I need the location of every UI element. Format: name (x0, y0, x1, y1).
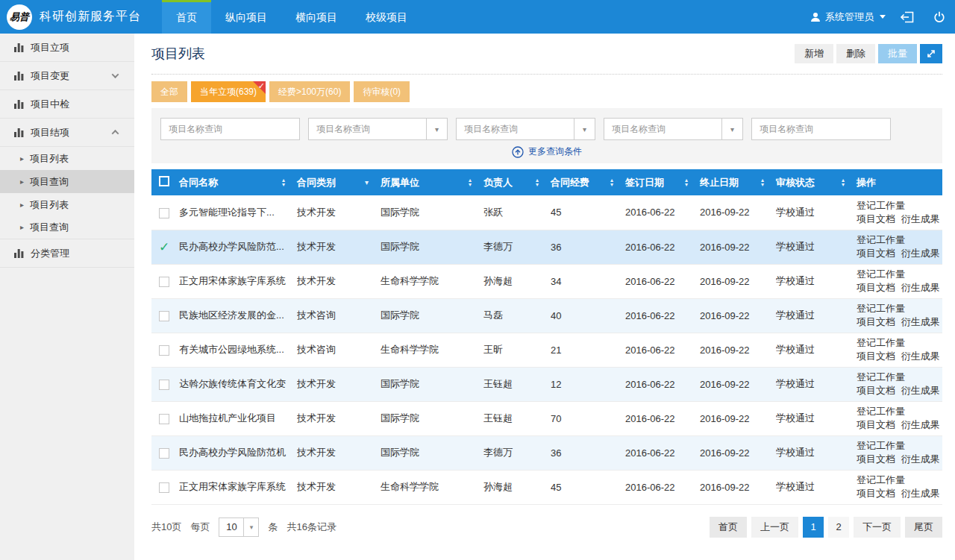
per-page-select[interactable]: 10 ▾ (219, 517, 259, 537)
table-row[interactable]: ✓ 民族地区经济发展的金... 技术咨询 国际学院 马磊 40 2016-06-… (151, 298, 942, 333)
search-select[interactable]: 项目名称查询 ▾ (604, 119, 742, 139)
derived-results-link[interactable]: 衍生成果 (901, 385, 940, 396)
sidebar-item[interactable]: ▸ 项目变更 (0, 62, 134, 90)
sort-icon[interactable]: ▴▾ (685, 178, 688, 187)
project-docs-link[interactable]: 项目文档 (857, 419, 895, 430)
project-docs-link[interactable]: 项目文档 (857, 453, 895, 465)
select-all-checkbox[interactable] (159, 176, 169, 186)
table-row[interactable]: ✓ 民办高校办学风险防范机 技术开发 国际学院 李德万 36 2016-06-2… (151, 435, 942, 470)
sidebar-item[interactable]: ▸ 项目查询 (0, 216, 134, 239)
derived-results-link[interactable]: 衍生成果 (901, 419, 940, 430)
column-header[interactable]: 负责人 ▴▾ ▾ (483, 169, 551, 195)
derived-results-link[interactable]: 衍生成果 (901, 282, 940, 293)
column-header[interactable]: 终止日期 ▴▾ ▾ (700, 169, 776, 195)
search-select[interactable]: 项目名称查询 ▾ (457, 119, 595, 139)
derived-results-link[interactable]: 衍生成果 (901, 453, 940, 465)
register-workload-link[interactable]: 登记工作量 (857, 440, 905, 451)
search-input[interactable] (161, 119, 299, 139)
derived-results-link[interactable]: 衍生成果 (901, 213, 940, 224)
sidebar-item[interactable]: ▸ 项目列表 (0, 147, 134, 170)
register-workload-link[interactable]: 登记工作量 (857, 200, 905, 211)
register-workload-link[interactable]: 登记工作量 (857, 234, 905, 245)
derived-results-link[interactable]: 衍生成果 (901, 488, 940, 499)
derived-results-link[interactable]: 衍生成果 (901, 248, 940, 259)
more-conditions-link[interactable]: 更多查询条件 (160, 140, 933, 160)
page-number-button[interactable]: 1 (803, 517, 824, 538)
sidebar-item[interactable]: ▸ 项目列表 (0, 193, 134, 216)
nav-tab[interactable]: 横向项目 (281, 0, 351, 34)
register-workload-link[interactable]: 登记工作量 (857, 337, 905, 348)
column-header[interactable]: 签订日期 ▴▾ ▾ (625, 169, 700, 195)
row-checkbox[interactable] (159, 277, 169, 287)
column-header[interactable]: 审核状态 ▴▾ ▾ (776, 169, 857, 195)
column-header[interactable]: 合同类别 ▴▾ ▾ (297, 169, 381, 195)
search-input[interactable] (752, 119, 890, 139)
row-checkbox[interactable] (159, 345, 169, 356)
project-docs-link[interactable]: 项目文档 (857, 350, 895, 362)
sidebar-item[interactable]: ▸ 项目结项 (0, 119, 134, 147)
user-menu[interactable]: 系统管理员 (806, 10, 890, 24)
register-workload-link[interactable]: 登记工作量 (857, 474, 905, 485)
filter-tab[interactable]: 经费>100万(60) (269, 81, 350, 102)
column-header[interactable]: 合同名称 ▴▾ ▾ (179, 169, 297, 195)
expand-button[interactable] (920, 44, 942, 63)
sort-icon[interactable]: ▴▾ (610, 178, 613, 187)
power-button[interactable] (924, 0, 955, 34)
row-checkbox[interactable] (159, 448, 169, 459)
prev-page-button[interactable]: 上一页 (751, 517, 798, 538)
row-checkbox[interactable] (159, 482, 169, 493)
nav-tab[interactable]: 纵向项目 (211, 0, 281, 34)
column-header[interactable]: 操作 ▴▾ ▾ (857, 169, 942, 195)
sidebar-item[interactable]: ▸ 项目查询 (0, 170, 134, 193)
table-row[interactable]: ✓ 多元智能理论指导下... 技术开发 国际学院 张跃 45 2016-06-2… (151, 195, 942, 230)
register-workload-link[interactable]: 登记工作量 (857, 268, 905, 280)
register-workload-link[interactable]: 登记工作量 (857, 303, 905, 314)
table-row[interactable]: ✓ 山地拖拉机产业化项目 技术开发 国际学院 王钰超 70 2016-06-22… (151, 401, 942, 435)
logout-button[interactable] (890, 0, 924, 34)
row-checkbox[interactable] (159, 311, 169, 321)
next-page-button[interactable]: 下一页 (854, 517, 901, 538)
sidebar-item[interactable]: ▸ 分类管理 (0, 239, 134, 268)
derived-results-link[interactable]: 衍生成果 (901, 350, 940, 362)
row-checkbox[interactable] (159, 380, 169, 390)
search-select[interactable]: 项目名称查询 ▾ (309, 119, 447, 139)
column-header[interactable]: 合同经费 ▴▾ ▾ (551, 169, 625, 195)
sidebar-item[interactable]: ▸ 项目中检 (0, 90, 134, 119)
nav-tab[interactable]: 校级项目 (351, 0, 422, 34)
filter-dropdown-icon[interactable]: ▾ (365, 178, 369, 186)
table-row[interactable]: ✓ 有关城市公园绿地系统... 技术咨询 生命科学学院 王昕 21 2016-0… (151, 333, 942, 367)
nav-tab[interactable]: 首页 (162, 0, 211, 34)
filter-tab[interactable]: 全部 (151, 81, 187, 102)
project-docs-link[interactable]: 项目文档 (857, 213, 895, 224)
sort-icon[interactable]: ▴▾ (469, 178, 472, 187)
column-header[interactable]: 所属单位 ▴▾ ▾ (381, 169, 483, 195)
project-docs-link[interactable]: 项目文档 (857, 316, 895, 327)
sidebar-item[interactable]: ▸ 项目立项 (0, 34, 134, 62)
project-docs-link[interactable]: 项目文档 (857, 248, 895, 259)
page-number-button[interactable]: 2 (828, 517, 849, 538)
sort-icon[interactable]: ▴▾ (761, 178, 764, 187)
project-docs-link[interactable]: 项目文档 (857, 282, 895, 293)
last-page-button[interactable]: 尾页 (905, 517, 942, 538)
sort-icon[interactable]: ▴▾ (536, 178, 539, 187)
sort-icon[interactable]: ▴▾ (842, 178, 845, 187)
table-row[interactable]: ✓ 达斡尔族传统体育文化变 技术开发 国际学院 王钰超 12 2016-06-2… (151, 367, 942, 401)
table-row[interactable]: ✓ 正文用宋体家族字库系统 技术开发 生命科学学院 孙海超 34 2016-06… (151, 264, 942, 298)
register-workload-link[interactable]: 登记工作量 (857, 406, 905, 417)
row-checkbox[interactable] (159, 208, 169, 218)
sort-icon[interactable]: ▴▾ (282, 178, 285, 187)
first-page-button[interactable]: 首页 (710, 517, 747, 538)
add-button[interactable]: 新增 (795, 44, 833, 63)
register-workload-link[interactable]: 登记工作量 (857, 371, 905, 383)
batch-button[interactable]: 批量 (878, 44, 917, 63)
table-row[interactable]: ✓ 民办高校办学风险防范... 技术开发 国际学院 李德万 36 2016-06… (151, 230, 942, 264)
delete-button[interactable]: 删除 (836, 44, 875, 63)
cell-funds: 21 (551, 333, 625, 367)
filter-tab[interactable]: 待审核(0) (354, 81, 410, 102)
filter-tab[interactable]: 当年立项(639) (191, 81, 266, 102)
derived-results-link[interactable]: 衍生成果 (901, 316, 940, 327)
project-docs-link[interactable]: 项目文档 (857, 488, 895, 499)
row-checkbox[interactable] (159, 414, 169, 424)
table-row[interactable]: ✓ 正文用宋体家族字库系统 技术开发 生命科学学院 孙海超 45 2016-06… (151, 470, 942, 504)
project-docs-link[interactable]: 项目文档 (857, 385, 895, 396)
